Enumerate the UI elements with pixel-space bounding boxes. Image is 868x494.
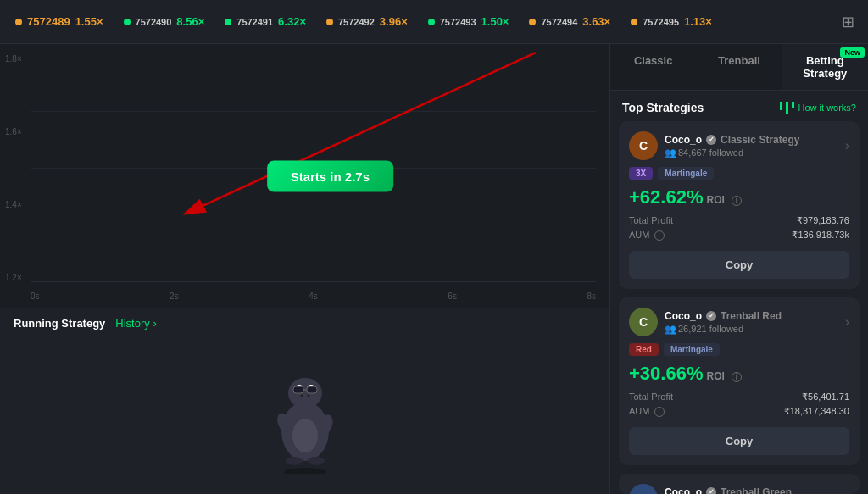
card-info-1: Coco_o ✓ Trenball Red 👥26,921 followed <box>665 310 838 335</box>
svg-point-3 <box>288 378 322 408</box>
strategy-name-1: Trenball Red <box>721 310 782 322</box>
right-panel: Classic Trenball Betting Strategy New To… <box>609 44 868 494</box>
grid-line-3 <box>31 225 596 225</box>
avatar-1: C <box>629 308 658 336</box>
roi-value-1: +30.66%ROI i <box>629 363 849 385</box>
card-info-2: Coco_o ✓ Trenball Green 👥16,196 followed <box>665 486 838 495</box>
grid-line-1 <box>31 111 596 112</box>
how-it-works-label: How it works? <box>798 103 856 113</box>
svg-point-13 <box>308 457 325 465</box>
copy-button-1[interactable]: Copy <box>629 427 849 455</box>
card-name-row-1: Coco_o ✓ Trenball Red <box>665 310 838 322</box>
tab-trenball[interactable]: Trenball <box>696 44 782 90</box>
username-0: Coco_o <box>665 134 702 146</box>
verified-icon-0: ✓ <box>706 135 716 145</box>
aum-label-1: AUM i <box>629 406 665 417</box>
stat-row-aum-0: AUM i ₹136,918.73k <box>629 230 849 241</box>
tag-row-1: Red Martingale <box>629 343 849 356</box>
x-label-1: 2s <box>170 291 179 301</box>
bottom-panel: Running Strategy History <box>0 308 609 494</box>
dot-0 <box>15 19 22 25</box>
y-label-2: 1.4× <box>5 200 22 209</box>
tag-martingale-0: Martingale <box>658 167 714 180</box>
running-strategy-tab[interactable]: Running Strategy <box>14 317 105 330</box>
tab-mult-3: 3.96× <box>380 15 408 28</box>
svg-point-14 <box>292 419 318 452</box>
card-name-row-0: Coco_o ✓ Classic Strategy <box>665 134 838 146</box>
svg-rect-15 <box>293 386 303 393</box>
avatar-2: C <box>629 484 658 494</box>
card-top-1: C Coco_o ✓ Trenball Red 👥26,921 followed… <box>629 308 849 336</box>
x-label-3: 6s <box>448 291 457 301</box>
tab-mult-6: 1.13× <box>684 15 712 28</box>
strategy-card-0: C Coco_o ✓ Classic Strategy 👥84,667 foll… <box>619 121 860 289</box>
svg-point-9 <box>307 395 309 397</box>
y-label-1: 1.6× <box>5 127 22 136</box>
tag-red: Red <box>629 343 659 356</box>
roi-value-0: +62.62%ROI i <box>629 186 849 208</box>
tag-3x: 3X <box>629 167 653 180</box>
followers-1: 👥26,921 followed <box>665 324 838 335</box>
grid-icon[interactable]: ⊞ <box>835 9 861 35</box>
game-tab-4[interactable]: 7572493 1.50× <box>420 12 518 31</box>
aum-info-icon-1[interactable]: i <box>654 407 665 417</box>
roi-info-icon-1[interactable]: i <box>732 372 742 382</box>
tab-mult-2: 6.32× <box>278 15 306 28</box>
roi-info-icon-0[interactable]: i <box>732 196 742 206</box>
tab-mult-0: 1.55× <box>75 15 103 28</box>
total-profit-label-0: Total Profit <box>629 215 673 226</box>
game-tab-2[interactable]: 7572491 6.32× <box>216 12 314 31</box>
chevron-right-2[interactable]: › <box>845 491 849 494</box>
starts-badge: Starts in 2.7s <box>267 160 393 191</box>
game-tab-5[interactable]: 7572494 3.63× <box>520 12 619 31</box>
right-tabs: Classic Trenball Betting Strategy New <box>610 44 868 91</box>
aum-value-0: ₹136,918.73k <box>792 230 849 241</box>
chevron-right-1[interactable]: › <box>845 314 849 330</box>
tab-mult-4: 1.50× <box>481 15 509 28</box>
game-tab-6[interactable]: 7572495 1.13× <box>622 12 721 31</box>
dot-4 <box>428 19 435 25</box>
aum-label-0: AUM i <box>629 230 665 241</box>
history-tab[interactable]: History <box>115 317 156 330</box>
tab-mult-5: 3.63× <box>582 15 610 28</box>
avatar-0: C <box>629 131 658 160</box>
total-profit-label-1: Total Profit <box>629 391 673 402</box>
total-profit-value-0: ₹979,183.76 <box>797 215 849 226</box>
game-tab-1[interactable]: 7572490 8.56× <box>115 12 214 31</box>
dot-3 <box>326 19 333 25</box>
tab-id-4: 7572493 <box>440 17 476 27</box>
total-profit-value-1: ₹56,401.71 <box>802 391 849 402</box>
game-tab-3[interactable]: 7572492 3.96× <box>318 12 416 31</box>
x-label-4: 8s <box>587 291 596 301</box>
dot-2 <box>225 19 231 25</box>
tab-id-6: 7572495 <box>643 17 679 27</box>
y-label-3: 1.2× <box>5 273 22 282</box>
chart-y-labels: 1.8× 1.6× 1.4× 1.2× <box>5 54 22 282</box>
aum-info-icon-0[interactable]: i <box>654 230 665 241</box>
dot-6 <box>631 19 637 25</box>
dot-1 <box>124 19 131 25</box>
x-label-2: 4s <box>309 291 318 301</box>
tab-id-1: 7572490 <box>136 17 172 27</box>
dot-5 <box>529 19 536 25</box>
how-it-works-link[interactable]: How it works? <box>779 102 856 114</box>
aum-value-1: ₹18,317,348.30 <box>784 406 849 417</box>
dino-area <box>14 338 596 474</box>
tab-classic[interactable]: Classic <box>610 44 696 90</box>
svg-point-12 <box>286 457 303 465</box>
tab-id-5: 7572494 <box>541 17 577 27</box>
game-tab-0[interactable]: 7572489 1.55× <box>7 12 112 31</box>
svg-rect-16 <box>307 386 317 393</box>
username-1: Coco_o <box>665 310 702 322</box>
stat-row-profit-1: Total Profit ₹56,401.71 <box>629 391 849 402</box>
card-info-0: Coco_o ✓ Classic Strategy 👥84,667 follow… <box>665 134 838 158</box>
top-bar: 7572489 1.55× 7572490 8.56× 7572491 6.32… <box>0 0 868 44</box>
copy-button-0[interactable]: Copy <box>629 251 849 279</box>
y-label-0: 1.8× <box>5 54 22 64</box>
roi-label-1: ROI <box>706 370 724 382</box>
verified-icon-1: ✓ <box>706 311 716 321</box>
chevron-right-0[interactable]: › <box>845 138 849 153</box>
svg-point-8 <box>300 395 303 397</box>
tab-id-2: 7572491 <box>236 17 273 27</box>
svg-point-18 <box>284 468 326 474</box>
